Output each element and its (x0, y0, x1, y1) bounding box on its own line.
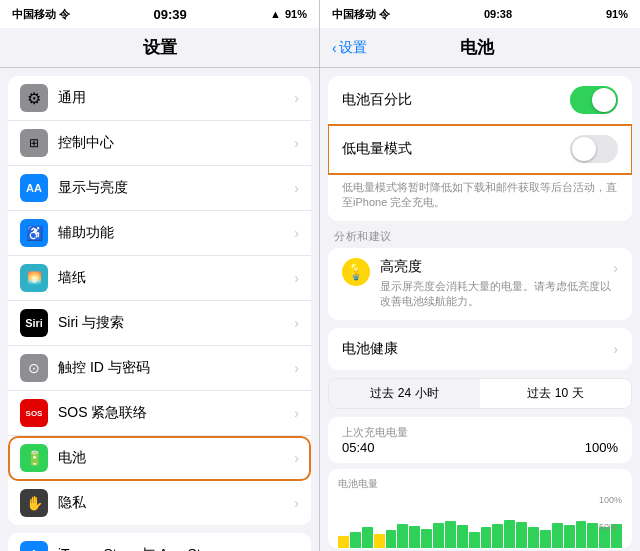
wallpaper-icon: 🌅 (20, 264, 48, 292)
settings-group-1: ⚙ 通用 › ⊞ 控制中心 › AA 显示与亮度 › ♿ 辅助功能 › 🌅 墙 (8, 76, 311, 525)
low-power-toggle[interactable] (570, 135, 618, 163)
wallpaper-label: 墙纸 (58, 269, 294, 287)
privacy-label: 隐私 (58, 494, 294, 512)
general-label: 通用 (58, 89, 294, 107)
display-icon: AA (20, 174, 48, 202)
accessibility-icon: ♿ (20, 219, 48, 247)
battery-percent-toggle[interactable] (570, 86, 618, 114)
touch-label: 触控 ID 与密码 (58, 359, 294, 377)
battery-settings-group: 电池百分比 低电量模式 低电量模式将暂时降低如下载和邮件获取等后台活动，直至iP… (328, 76, 632, 221)
high-brightness-icon: 💡 (342, 258, 370, 286)
analysis-section-header: 分析和建议 (320, 221, 640, 248)
chart-bar (552, 523, 563, 548)
time-tabs[interactable]: 过去 24 小时 过去 10 天 (328, 378, 632, 409)
chart-bar (469, 532, 480, 548)
left-time: 09:39 (153, 7, 186, 22)
chart-bars (338, 495, 622, 549)
battery-health-row[interactable]: 电池健康 › (328, 328, 632, 370)
chart-bar (540, 530, 551, 547)
chart-section: 过去 24 小时 过去 10 天 上次充电电量 05:40 100% 电池电量 … (328, 378, 632, 549)
chart-bar (374, 534, 385, 547)
control-label: 控制中心 (58, 134, 294, 152)
chart-bar (564, 525, 575, 548)
charge-time: 05:40 (342, 440, 375, 455)
settings-row-accessibility[interactable]: ♿ 辅助功能 › (8, 211, 311, 256)
chart-bar (457, 525, 468, 548)
chart-area: 100% 50% (338, 495, 622, 549)
right-status-bar: 中国移动 令 09:38 91% (320, 0, 640, 28)
control-icon: ⊞ (20, 129, 48, 157)
right-carrier: 中国移动 令 (332, 7, 390, 22)
charge-pct: 100% (585, 440, 618, 455)
control-chevron: › (294, 135, 299, 151)
high-brightness-title: 高亮度 (380, 258, 613, 276)
chart-bar (362, 527, 373, 547)
settings-row-sos[interactable]: SOS SOS 紧急联络 › (8, 391, 311, 436)
chart-bar (397, 524, 408, 547)
settings-row-display[interactable]: AA 显示与亮度 › (8, 166, 311, 211)
chart-bar (587, 523, 598, 548)
settings-row-appstore[interactable]: A iTunes Store 与 App Store › (8, 533, 311, 551)
appstore-icon: A (20, 541, 48, 551)
back-button[interactable]: ‹ 设置 (332, 39, 367, 57)
general-icon: ⚙ (20, 84, 48, 112)
battery-icon: 🔋 (20, 444, 48, 472)
last-charge-label: 上次充电电量 (342, 425, 618, 440)
tab-10d[interactable]: 过去 10 天 (480, 378, 632, 409)
privacy-chevron: › (294, 495, 299, 511)
high-brightness-row[interactable]: 💡 高亮度 显示屏亮度会消耗大量的电量。请考虑低亮度以改善电池续航能力。 › (328, 248, 632, 320)
low-power-label: 低电量模式 (342, 140, 570, 158)
charge-row: 05:40 100% (342, 440, 618, 455)
battery-percent-label: 电池百分比 (342, 91, 570, 109)
display-label: 显示与亮度 (58, 179, 294, 197)
low-power-desc: 低电量模式将暂时降低如下载和邮件获取等后台活动，直至iPhone 完全充电。 (328, 174, 632, 221)
left-panel: 中国移动 令 09:39 ▲ 91% 设置 ⚙ 通用 › ⊞ 控制中心 › AA (0, 0, 320, 551)
siri-label: Siri 与搜索 (58, 314, 294, 332)
low-power-row[interactable]: 低电量模式 (328, 125, 632, 174)
display-chevron: › (294, 180, 299, 196)
left-page-title: 设置 (143, 36, 177, 59)
chart-bar (481, 527, 492, 547)
settings-row-wallpaper[interactable]: 🌅 墙纸 › (8, 256, 311, 301)
chart-bar (433, 523, 444, 548)
chart-bar (386, 530, 397, 547)
settings-row-general[interactable]: ⚙ 通用 › (8, 76, 311, 121)
settings-row-siri[interactable]: Siri Siri 与搜索 › (8, 301, 311, 346)
chart-bar (421, 529, 432, 548)
settings-row-battery[interactable]: 🔋 电池 › (8, 436, 311, 481)
appstore-label: iTunes Store 与 App Store (58, 546, 294, 551)
battery-health-chevron: › (613, 341, 618, 357)
chart-bar (492, 524, 503, 548)
right-content[interactable]: 电池百分比 低电量模式 低电量模式将暂时降低如下载和邮件获取等后台活动，直至iP… (320, 68, 640, 551)
sos-label: SOS 紧急联络 (58, 404, 294, 422)
siri-icon: Siri (20, 309, 48, 337)
high-brightness-desc: 显示屏亮度会消耗大量的电量。请考虑低亮度以改善电池续航能力。 (380, 279, 613, 310)
settings-row-privacy[interactable]: ✋ 隐私 › (8, 481, 311, 525)
tab-24h[interactable]: 过去 24 小时 (328, 378, 480, 409)
chart-bar (409, 526, 420, 548)
right-battery-info: 91% (606, 8, 628, 20)
battery-percent-row[interactable]: 电池百分比 (328, 76, 632, 125)
touch-icon: ⊙ (20, 354, 48, 382)
back-label: 设置 (339, 39, 367, 57)
sos-chevron: › (294, 405, 299, 421)
chart-label: 电池电量 (338, 477, 622, 491)
accessibility-label: 辅助功能 (58, 224, 294, 242)
left-settings-list[interactable]: ⚙ 通用 › ⊞ 控制中心 › AA 显示与亮度 › ♿ 辅助功能 › 🌅 墙 (0, 68, 319, 551)
settings-row-control[interactable]: ⊞ 控制中心 › (8, 121, 311, 166)
left-carrier: 中国移动 令 (12, 7, 70, 22)
chart-bar (516, 522, 527, 548)
chart-bar (445, 521, 456, 547)
battery-chart: 电池电量 100% 50% (328, 469, 632, 549)
battery-health-label: 电池健康 (342, 340, 613, 358)
privacy-icon: ✋ (20, 489, 48, 517)
back-chevron-icon: ‹ (332, 40, 337, 56)
last-charge-info: 上次充电电量 05:40 100% (328, 417, 632, 463)
siri-chevron: › (294, 315, 299, 331)
left-battery-icons: ▲ 91% (270, 8, 307, 20)
settings-row-touch[interactable]: ⊙ 触控 ID 与密码 › (8, 346, 311, 391)
right-panel: 中国移动 令 09:38 91% ‹ 设置 电池 电池百分比 低电量模式 低电量… (320, 0, 640, 551)
accessibility-chevron: › (294, 225, 299, 241)
chart-bar (504, 520, 515, 548)
chart-y-labels: 100% 50% (599, 495, 622, 549)
